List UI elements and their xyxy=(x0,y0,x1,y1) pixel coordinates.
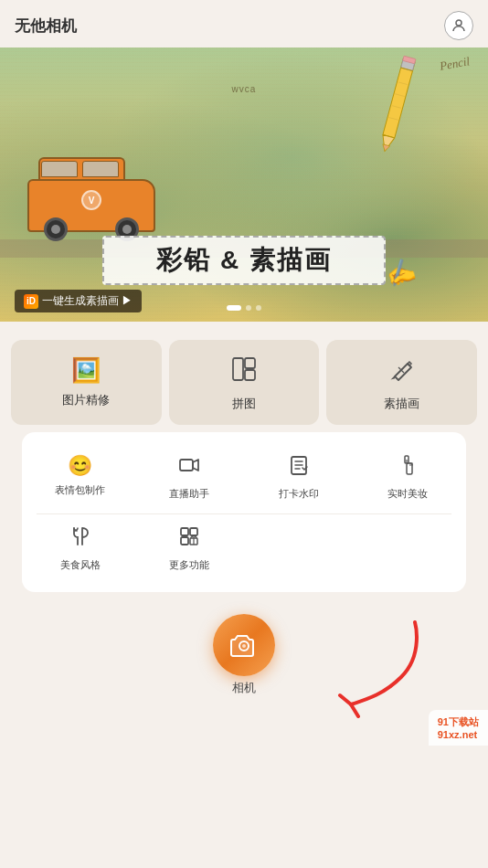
feature-card-photo-refine[interactable]: 🖼️ 图片精修 xyxy=(11,340,162,425)
banner-title-box: 彩铅 & 素描画 xyxy=(102,236,386,285)
van-logo: V xyxy=(81,190,101,210)
van-window-1 xyxy=(41,161,78,177)
feature-card-sketch[interactable]: 素描画 xyxy=(326,340,477,425)
banner: Pencil V wvca 彩铅 & 素描画 ✍️ iD 一键生成素描画 ▶ xyxy=(0,48,488,322)
header: 无他相机 xyxy=(0,0,488,48)
van-wheel-front xyxy=(44,217,68,241)
camera-section: 相机 91下载站 91xz.net xyxy=(0,599,488,746)
live-label: 直播助手 xyxy=(169,487,209,501)
carousel-dots xyxy=(227,305,261,311)
checkin-label: 打卡水印 xyxy=(279,487,319,501)
svg-rect-11 xyxy=(233,358,243,380)
more-label: 更多功能 xyxy=(169,558,209,572)
svg-point-0 xyxy=(456,20,461,26)
watermark: 91下载站 91xz.net xyxy=(429,710,488,746)
svg-rect-12 xyxy=(245,358,255,368)
checkin-icon xyxy=(288,454,310,482)
food-label: 美食风格 xyxy=(60,558,101,572)
emoji-icon: 😊 xyxy=(68,454,92,478)
function-checkin[interactable]: 打卡水印 xyxy=(244,443,354,510)
svg-point-25 xyxy=(242,644,246,648)
feature-card-collage[interactable]: 拼图 xyxy=(169,340,320,425)
beauty-icon xyxy=(397,454,419,482)
onekey-btn-label: 一键生成素描画 ▶ xyxy=(42,293,133,309)
avatar-button[interactable] xyxy=(444,11,473,40)
photo-refine-label: 图片精修 xyxy=(62,392,110,408)
function-emoji[interactable]: 😊 表情包制作 xyxy=(26,443,135,510)
sketch-label: 素描画 xyxy=(384,396,419,412)
svg-marker-2 xyxy=(379,134,395,153)
dot-2 xyxy=(246,305,251,311)
watermark-line2: 91xz.net xyxy=(438,729,479,740)
function-food[interactable]: 美食风格 xyxy=(26,514,135,581)
beauty-label: 实时美妆 xyxy=(387,487,428,501)
banner-sub-text: wvca xyxy=(232,84,257,94)
sketch-icon xyxy=(389,356,415,388)
more-icon xyxy=(178,525,200,553)
camera-button[interactable]: 相机 xyxy=(213,614,275,696)
svg-rect-21 xyxy=(181,537,188,545)
svg-rect-14 xyxy=(180,460,193,471)
function-section: 😊 表情包制作 直播助手 xyxy=(22,432,466,592)
camera-icon xyxy=(229,630,259,660)
collage-label: 拼图 xyxy=(232,396,256,412)
feature-grid-top xyxy=(0,322,488,340)
emoji-label: 表情包制作 xyxy=(55,483,105,497)
dot-1 xyxy=(227,305,241,311)
app-title: 无他相机 xyxy=(15,16,77,37)
photo-refine-icon: 🖼️ xyxy=(71,356,101,385)
watermark-line1: 91下载站 xyxy=(438,715,479,729)
onekey-sketch-button[interactable]: iD 一键生成素描画 ▶ xyxy=(15,290,142,312)
function-more[interactable]: 更多功能 xyxy=(135,514,245,581)
svg-rect-13 xyxy=(245,370,255,380)
camera-label: 相机 xyxy=(232,680,256,696)
banner-title-cn: 彩铅 & 素描画 xyxy=(115,243,373,278)
camera-circle[interactable] xyxy=(213,614,275,676)
onekey-id-icon: iD xyxy=(24,294,38,309)
function-beauty[interactable]: 实时美妆 xyxy=(354,443,463,510)
function-row-1: 😊 表情包制作 直播助手 xyxy=(26,439,462,513)
collage-icon xyxy=(231,356,257,388)
arrow-decoration xyxy=(324,609,433,722)
function-live[interactable]: 直播助手 xyxy=(135,443,245,510)
svg-rect-19 xyxy=(181,528,188,535)
food-icon xyxy=(69,525,91,553)
user-icon xyxy=(451,17,467,34)
top-feature-cards: 🖼️ 图片精修 拼图 素描画 xyxy=(11,340,477,425)
function-row-2: 美食风格 更多功能 xyxy=(26,514,462,585)
live-icon xyxy=(178,454,200,482)
svg-rect-20 xyxy=(190,528,197,535)
van-window-2 xyxy=(82,161,119,177)
dot-3 xyxy=(256,305,261,311)
